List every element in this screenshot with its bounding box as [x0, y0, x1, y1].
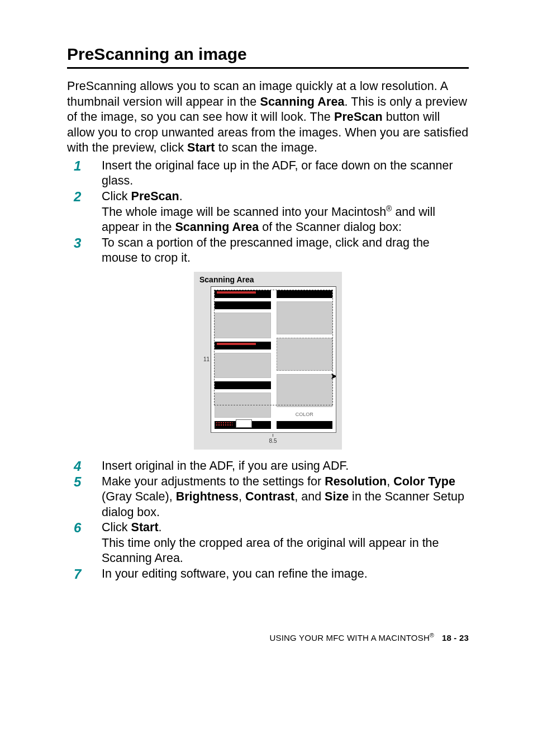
section-heading: PreScanning an image — [67, 44, 469, 65]
step-contrast: Contrast — [245, 490, 294, 503]
page-footer: USING YOUR MFC WITH A MACINTOSH®18 - 23 — [67, 632, 469, 643]
step-1: 1 Insert the original face up in the ADF… — [67, 158, 469, 189]
step-text: , — [239, 490, 245, 503]
step-number: 2 — [67, 189, 102, 205]
step-text: This time only the cropped area of the o… — [102, 536, 439, 565]
step-3: 3 To scan a portion of the prescanned im… — [67, 235, 469, 266]
step-body: In your editing software, you can refine… — [102, 566, 469, 582]
step-body: To scan a portion of the prescanned imag… — [102, 235, 469, 266]
cursor-icon: ➤ — [330, 371, 336, 382]
steps-list-continued: 4 Insert original in the ADF, if you are… — [67, 459, 469, 582]
step-body: Make your adjustments to the settings fo… — [102, 474, 469, 521]
dropdown-control[interactable] — [236, 419, 252, 428]
preview-bar — [215, 381, 271, 389]
step-number: 4 — [67, 459, 102, 474]
preview-controls — [216, 419, 252, 428]
figure-container: Scanning Area 11 ➤ — [67, 272, 469, 450]
registered-symbol: ® — [386, 204, 392, 212]
preview-bar — [215, 301, 271, 309]
intro-text: to scan the image. — [215, 141, 318, 154]
page-content: PreScanning an image PreScanning allows … — [0, 0, 533, 677]
preview-bar — [215, 290, 271, 298]
step-text: . — [179, 190, 183, 203]
step-text: (Gray Scale), — [102, 490, 176, 503]
step-start: Start — [131, 521, 159, 534]
x-axis-label: 8.5 — [269, 438, 277, 444]
step-number: 6 — [67, 520, 102, 536]
intro-paragraph: PreScanning allows you to scan an image … — [67, 79, 469, 156]
step-resolution: Resolution — [325, 475, 387, 488]
step-body: Click Start. This time only the cropped … — [102, 520, 469, 566]
step-text: , and — [294, 490, 325, 503]
step-5: 5 Make your adjustments to the settings … — [67, 474, 469, 521]
step-text: Click — [102, 190, 131, 203]
heading-divider — [67, 67, 469, 69]
step-text: . — [159, 521, 162, 534]
y-axis-label: 11 — [199, 286, 211, 433]
preview-area[interactable]: ➤ — [211, 286, 336, 433]
step-number: 7 — [67, 566, 102, 582]
intro-start: Start — [187, 141, 215, 154]
step-brightness: Brightness — [176, 490, 239, 503]
scanning-area-dialog: Scanning Area 11 ➤ — [194, 272, 342, 450]
step-size: Size — [325, 490, 349, 503]
intro-prescan: PreScan — [334, 110, 383, 124]
color-dots — [216, 422, 232, 426]
registered-symbol: ® — [430, 632, 434, 639]
step-number: 1 — [67, 158, 102, 174]
step-body: Insert the original face up in the ADF, … — [102, 158, 469, 189]
intro-scanning-area: Scanning Area — [260, 95, 345, 108]
dialog-body: 11 ➤ — [199, 286, 336, 433]
step-4: 4 Insert original in the ADF, if you are… — [67, 459, 469, 474]
step-2: 2 Click PreScan. The whole image will be… — [67, 189, 469, 235]
step-text: , — [387, 475, 393, 488]
step-prescan: PreScan — [131, 190, 179, 203]
x-axis: 8.5 — [199, 434, 336, 445]
step-text: The whole image will be scanned into you… — [102, 205, 386, 219]
step-body: Click PreScan. The whole image will be s… — [102, 189, 469, 235]
step-text: of the Scanner dialog box: — [259, 220, 402, 234]
dialog-title: Scanning Area — [199, 275, 336, 285]
step-colortype: Color Type — [393, 475, 455, 488]
preview-bar — [277, 421, 333, 429]
preview-bar — [215, 342, 271, 349]
steps-list: 1 Insert the original face up in the ADF… — [67, 158, 469, 266]
step-number: 3 — [67, 235, 102, 251]
page-number: 18 - 23 — [442, 633, 469, 642]
step-text: Make your adjustments to the settings fo… — [102, 475, 325, 488]
preview-bar — [277, 290, 333, 298]
step-scanning-area: Scanning Area — [175, 220, 259, 234]
footer-text: USING YOUR MFC WITH A MACINTOSH — [269, 633, 430, 642]
axis-tick — [273, 434, 273, 437]
step-7: 7 In your editing software, you can refi… — [67, 566, 469, 582]
step-text: Click — [102, 521, 131, 534]
color-label: COLOR — [277, 412, 333, 418]
step-body: Insert original in the ADF, if you are u… — [102, 459, 469, 474]
step-number: 5 — [67, 474, 102, 490]
step-6: 6 Click Start. This time only the croppe… — [67, 520, 469, 566]
